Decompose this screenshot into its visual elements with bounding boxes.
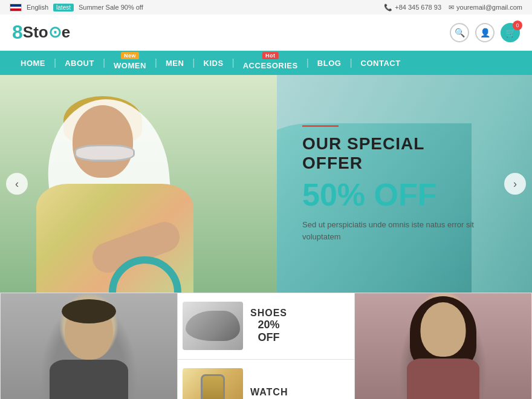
shoe-shape (186, 311, 240, 341)
nav-accesories[interactable]: Hot ACCESORIES (235, 51, 307, 75)
logo-wheel: ⊙ (48, 23, 62, 42)
language-label[interactable]: English (27, 4, 48, 11)
promo-text: Summer Sale 90% off (79, 4, 143, 11)
email-icon: ✉ (449, 4, 454, 11)
logo[interactable]: 8 Sto ⊙ e (12, 21, 70, 44)
nav-home[interactable]: HOME (12, 51, 54, 75)
phone-icon: 📞 (384, 4, 392, 11)
email-info: ✉ youremail@gmail.com (449, 4, 522, 11)
shoes-card[interactable]: SHOES 20% OFF (178, 293, 354, 360)
header: 8 Sto ⊙ e 🔍 👤 🛒 0 (0, 15, 532, 51)
watch-card[interactable]: WATCH (178, 360, 354, 400)
hero-divider (302, 126, 339, 127)
phone-info: 📞 +84 345 678 93 (384, 4, 441, 11)
watch-info: WATCH (250, 387, 288, 398)
hero-prev-button[interactable]: ‹ (6, 173, 28, 195)
logo-eight: 8 (12, 21, 23, 44)
nav-men[interactable]: MEN (157, 51, 192, 75)
shoes-discount-line1: 20% (250, 319, 287, 331)
phone-number: +84 345 678 93 (395, 4, 441, 11)
shoes-name: SHOES (250, 308, 287, 319)
product-card-middle: SHOES 20% OFF WATCH (178, 293, 355, 399)
nav-women[interactable]: New WOMEN (105, 51, 155, 75)
logo-end: e (62, 23, 70, 42)
nav-contact[interactable]: CONTACT (352, 51, 409, 75)
email-address: youremail@gmail.com (456, 4, 522, 11)
search-button[interactable]: 🔍 (450, 23, 469, 42)
nav-blog[interactable]: BLOG (309, 51, 350, 75)
logo-store: Sto (23, 23, 48, 42)
cart-button[interactable]: 🛒 0 (501, 23, 520, 42)
hero-person-area (0, 75, 277, 293)
hero-offer: 50% OFF (302, 177, 484, 213)
shoes-discount-line2: OFF (250, 331, 287, 344)
product-cards: MEN SHOES 20% OFF WATCH (0, 293, 532, 399)
watch-shape (201, 374, 225, 399)
nav-kids[interactable]: KIDS (195, 51, 232, 75)
men-hair (62, 299, 116, 323)
top-bar-right: 📞 +84 345 678 93 ✉ youremail@gmail.com (384, 4, 522, 11)
nav-about[interactable]: ABOUT (56, 51, 103, 75)
men-body (50, 360, 128, 399)
hero-subtitle: Sed ut perspiciatis unde omnis iste natu… (302, 219, 484, 242)
hero-next-button[interactable]: › (504, 173, 526, 195)
navigation: HOME | ABOUT | New WOMEN | MEN | KIDS | … (0, 51, 532, 75)
shoes-image (183, 302, 243, 350)
top-bar-left: English latest Summer Sale 90% off (10, 4, 143, 11)
watch-image (183, 368, 243, 399)
hero-title: OUR SPECIAL OFFER (302, 134, 484, 173)
women-body (407, 358, 479, 399)
hero-section: OUR SPECIAL OFFER 50% OFF Sed ut perspic… (0, 75, 532, 293)
product-card-women[interactable]: WOMEN (355, 293, 532, 399)
nav-items: HOME | ABOUT | New WOMEN | MEN | KIDS | … (12, 51, 409, 75)
product-card-men[interactable]: MEN (0, 293, 178, 399)
user-button[interactable]: 👤 (475, 23, 495, 42)
shoes-info: SHOES 20% OFF (250, 308, 287, 344)
flag-icon (10, 4, 22, 11)
hero-content: OUR SPECIAL OFFER 50% OFF Sed ut perspic… (302, 126, 484, 242)
watch-name: WATCH (250, 387, 288, 398)
cart-badge: 0 (513, 21, 522, 30)
person-face (73, 105, 133, 178)
latest-badge: latest (53, 4, 74, 11)
women-face (421, 302, 466, 357)
hot-badge: Hot (262, 52, 279, 59)
header-icons: 🔍 👤 🛒 0 (450, 23, 520, 42)
new-badge: New (121, 52, 139, 59)
top-bar: English latest Summer Sale 90% off 📞 +84… (0, 0, 532, 15)
person-glasses (74, 144, 135, 161)
